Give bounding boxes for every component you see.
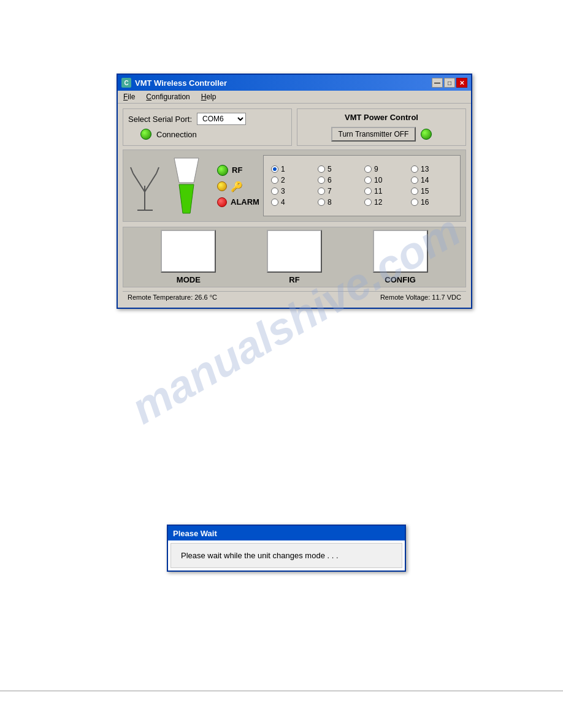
channel-3[interactable]: 3 xyxy=(271,187,313,195)
channel-11[interactable]: 11 xyxy=(364,187,406,195)
channel-4[interactable]: 4 xyxy=(271,198,313,207)
close-button[interactable]: ✕ xyxy=(456,78,467,88)
voltage-status: Remote Voltage: 11.7 VDC xyxy=(380,294,461,301)
minimize-button[interactable]: — xyxy=(432,78,443,88)
status-bar: Remote Temperature: 26.6 °C Remote Volta… xyxy=(123,291,466,303)
channel-8[interactable]: 8 xyxy=(318,198,359,207)
channel-16-radio[interactable] xyxy=(411,199,418,206)
channel-5[interactable]: 5 xyxy=(318,165,359,173)
indicators-panel: RF 🔑 ALARM xyxy=(217,165,259,207)
serial-panel: Select Serial Port: COM6 COM1 COM2 COM3 … xyxy=(123,108,292,146)
channel-7-radio[interactable] xyxy=(318,188,325,195)
rf-led xyxy=(217,165,228,176)
mode-label: MODE xyxy=(177,275,201,284)
channel-14[interactable]: 14 xyxy=(411,176,453,184)
svg-marker-7 xyxy=(179,184,194,213)
transmitter-led xyxy=(421,129,432,140)
connection-label: Connection xyxy=(156,130,197,139)
channel-1-radio[interactable] xyxy=(271,165,278,173)
svg-line-4 xyxy=(131,167,133,173)
buttons-section: MODE RF CONFIG xyxy=(123,227,466,287)
channel-1[interactable]: 1 xyxy=(271,165,313,173)
channel-7[interactable]: 7 xyxy=(318,187,359,195)
svg-line-5 xyxy=(156,167,159,173)
channel-grid: 1 5 9 13 2 xyxy=(263,155,461,216)
channel-6-radio[interactable] xyxy=(318,176,325,184)
svg-line-3 xyxy=(145,173,156,192)
menu-bar: File Configuration Help xyxy=(118,91,471,104)
channel-9[interactable]: 9 xyxy=(364,165,406,173)
serial-port-label: Select Serial Port: xyxy=(128,115,192,124)
channel-5-radio[interactable] xyxy=(318,165,325,173)
channel-12[interactable]: 12 xyxy=(364,198,406,207)
dialog-message: Please wait while the unit changes mode … xyxy=(181,551,339,560)
funnel-icon xyxy=(168,155,205,216)
channel-15[interactable]: 15 xyxy=(411,187,453,195)
power-title: VMT Power Control xyxy=(302,113,461,122)
transmitter-button[interactable]: Turn Transmitter OFF xyxy=(331,127,416,142)
antenna-panel: RF 🔑 ALARM xyxy=(128,155,259,216)
maximize-button[interactable]: □ xyxy=(444,78,455,88)
app-window: C VMT Wireless Controller — □ ✕ File Con… xyxy=(117,74,472,309)
channel-9-radio[interactable] xyxy=(364,165,372,173)
svg-line-2 xyxy=(133,173,145,192)
channel-10-radio[interactable] xyxy=(364,176,372,184)
alarm-indicator: ALARM xyxy=(217,197,259,207)
temperature-status: Remote Temperature: 26.6 °C xyxy=(128,294,217,301)
power-panel: VMT Power Control Turn Transmitter OFF xyxy=(297,108,466,146)
config-button-group: CONFIG xyxy=(373,230,428,284)
channel-3-radio[interactable] xyxy=(271,188,278,195)
window-controls: — □ ✕ xyxy=(432,78,467,88)
rf-button[interactable] xyxy=(267,230,322,273)
menu-help[interactable]: Help xyxy=(199,92,218,102)
channel-13[interactable]: 13 xyxy=(411,165,453,173)
dialog-title: Please Wait xyxy=(173,529,217,538)
alarm-label: ALARM xyxy=(231,197,259,207)
serial-port-select[interactable]: COM6 COM1 COM2 COM3 COM4 COM5 xyxy=(197,113,246,125)
rf-label: RF xyxy=(289,275,299,284)
channel-14-radio[interactable] xyxy=(411,176,418,184)
menu-configuration[interactable]: Configuration xyxy=(144,92,191,102)
rf-indicator: RF xyxy=(217,165,259,176)
channel-2[interactable]: 2 xyxy=(271,176,313,184)
svg-marker-6 xyxy=(174,158,199,183)
app-icon: C xyxy=(121,78,131,88)
channel-4-radio[interactable] xyxy=(271,199,278,206)
mode-button[interactable] xyxy=(161,230,216,273)
config-button[interactable] xyxy=(373,230,428,273)
title-bar: C VMT Wireless Controller — □ ✕ xyxy=(118,75,471,91)
please-wait-dialog: Please Wait Please wait while the unit c… xyxy=(167,525,406,572)
channel-12-radio[interactable] xyxy=(364,199,372,206)
channel-8-radio[interactable] xyxy=(318,199,325,206)
channel-2-radio[interactable] xyxy=(271,176,278,184)
key-icon: 🔑 xyxy=(231,181,243,192)
channel-13-radio[interactable] xyxy=(411,165,418,173)
bottom-rule xyxy=(0,691,563,691)
window-title: VMT Wireless Controller xyxy=(135,78,227,88)
key-indicator: 🔑 xyxy=(217,181,259,192)
mode-button-group: MODE xyxy=(161,230,216,284)
alarm-led xyxy=(217,197,227,207)
channel-16[interactable]: 16 xyxy=(411,198,453,207)
top-section: Select Serial Port: COM6 COM1 COM2 COM3 … xyxy=(123,108,466,146)
menu-file[interactable]: File xyxy=(121,92,137,102)
dialog-body: Please wait while the unit changes mode … xyxy=(170,543,402,568)
channel-15-radio[interactable] xyxy=(411,188,418,195)
key-led xyxy=(217,181,227,191)
channel-10[interactable]: 10 xyxy=(364,176,406,184)
channel-11-radio[interactable] xyxy=(364,188,372,195)
channel-6[interactable]: 6 xyxy=(318,176,359,184)
rf-button-group: RF xyxy=(267,230,322,284)
antenna-icon xyxy=(128,155,162,216)
config-label: CONFIG xyxy=(385,275,416,284)
rf-label: RF xyxy=(232,165,242,175)
dialog-title-bar: Please Wait xyxy=(168,526,405,540)
connection-led xyxy=(140,129,151,140)
middle-section: RF 🔑 ALARM 1 xyxy=(123,150,466,222)
main-content: Select Serial Port: COM6 COM1 COM2 COM3 … xyxy=(118,104,471,308)
